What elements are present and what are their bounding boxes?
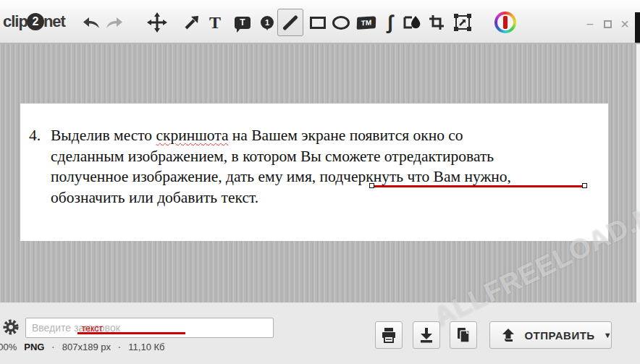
logo-text-net: net (43, 12, 65, 31)
text-line-4: обозначить или добавить текст. (51, 187, 258, 208)
line-tool[interactable] (277, 9, 303, 36)
resize-tool[interactable] (450, 9, 476, 36)
ellipse-icon (332, 16, 350, 30)
copy-icon (455, 327, 471, 343)
upload-icon (500, 326, 517, 344)
ellipse-tool[interactable] (328, 9, 354, 36)
numbered-pin-tool[interactable]: 1 (254, 9, 280, 36)
text-line-3: полученное изображение, дать ему имя, по… (51, 166, 511, 187)
gear-icon (3, 319, 19, 335)
move-icon (147, 12, 167, 33)
color-picker-icon (494, 12, 516, 33)
minimize-button[interactable]: – (585, 19, 595, 29)
settings-button[interactable] (3, 319, 19, 338)
copy-button[interactable] (450, 321, 477, 349)
zoom-level: 100% (0, 342, 17, 352)
logo-text-clip: clip (3, 12, 28, 31)
undo-button[interactable] (78, 9, 104, 36)
text-line-1: Выделив место скриншота на Вашем экране … (51, 125, 463, 146)
screenshot-text: 4. Выделив место скриншота на Вашем экра… (29, 125, 511, 208)
numbered-pin-icon: 1 (261, 16, 274, 29)
blur-tool[interactable] (400, 9, 426, 36)
screenshot-image[interactable]: 4. Выделив место скриншота на Вашем экра… (20, 103, 608, 241)
send-dropdown[interactable]: ▼ (604, 331, 612, 339)
print-icon (381, 327, 397, 343)
watermark-stamp-tool[interactable]: TM (353, 9, 379, 36)
crop-icon (429, 14, 445, 30)
arrow-tool[interactable] (179, 9, 205, 36)
download-button[interactable] (413, 321, 440, 349)
toolbar: clip 2 net T T 1 (0, 0, 640, 43)
red-line-annotation[interactable] (374, 185, 584, 187)
image-dimensions: 807x189 px (62, 342, 111, 352)
text-tool[interactable]: T (202, 9, 228, 36)
send-label: ОТПРАВИТЬ (524, 329, 594, 342)
watermark-stamp-icon: TM (357, 16, 376, 30)
status-bar: 100% PNG · 807x189 px · 11,10 Кб (0, 342, 165, 352)
annotation-handle-left[interactable] (369, 183, 374, 188)
background-window-edge (635, 12, 640, 43)
crop-tool[interactable] (424, 9, 450, 36)
red-line-annotation-bottom (77, 332, 185, 334)
undo-icon (82, 14, 101, 30)
send-main[interactable]: ОТПРАВИТЬ (489, 322, 603, 348)
callout-icon: T (235, 17, 250, 29)
list-number: 4. (29, 125, 51, 146)
file-size: 11,10 Кб (128, 342, 164, 352)
clip2net-logo: clip 2 net (3, 12, 79, 31)
close-button[interactable]: × (620, 19, 630, 29)
color-picker[interactable] (491, 9, 520, 36)
send-button[interactable]: ОТПРАВИТЬ ▼ (489, 321, 612, 349)
maximize-button[interactable] (602, 19, 612, 29)
redo-button[interactable] (101, 9, 127, 36)
resize-icon (453, 13, 472, 32)
blur-icon (403, 14, 422, 30)
file-format: PNG (24, 342, 44, 352)
annotation-handle-right[interactable] (582, 183, 587, 188)
line-icon (282, 14, 298, 30)
rectangle-icon (310, 17, 326, 29)
redo-icon (105, 14, 124, 30)
curve-icon: ∫ (387, 12, 392, 34)
text-tool-icon: T (209, 13, 221, 33)
callout-tool[interactable]: T (230, 9, 256, 36)
maximize-icon (604, 20, 612, 28)
print-button[interactable] (375, 321, 403, 349)
window-controls: – × (585, 19, 630, 29)
arrow-icon (183, 14, 201, 31)
misspelled-word: скриншота (156, 127, 229, 144)
rectangle-tool[interactable] (305, 9, 331, 36)
logo-badge-2: 2 (27, 13, 44, 30)
download-icon (418, 327, 434, 343)
move-tool[interactable] (144, 9, 170, 36)
text-line-2: сделанным изображением, в котором Вы смо… (51, 146, 494, 167)
title-input[interactable] (25, 318, 274, 338)
